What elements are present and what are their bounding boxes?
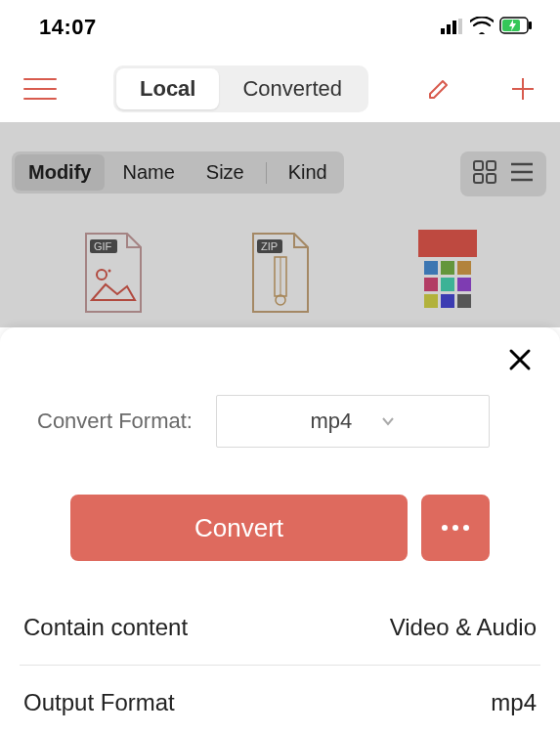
wifi-icon <box>470 15 494 40</box>
status-bar: 14:07 <box>0 0 560 55</box>
contain-label: Contain content <box>23 614 188 641</box>
format-select[interactable]: mp4 <box>216 395 490 448</box>
output-format-row[interactable]: Output Format mp4 <box>20 666 540 734</box>
svg-rect-0 <box>441 28 445 34</box>
add-icon[interactable] <box>509 75 537 103</box>
menu-icon[interactable] <box>23 78 57 100</box>
svg-rect-6 <box>529 22 532 29</box>
svg-point-36 <box>463 525 469 531</box>
file-browser-dimmed: Modify Name Size Kind GIF ZIP <box>0 122 560 327</box>
format-label: Convert Format: <box>37 409 193 434</box>
contain-content-row[interactable]: Contain content Video & Audio <box>20 590 540 665</box>
tab-converted[interactable]: Converted <box>219 68 366 109</box>
toolbar: Local Converted <box>0 55 560 122</box>
convert-button[interactable]: Convert <box>70 495 408 561</box>
battery-icon <box>499 15 533 40</box>
status-time: 14:07 <box>39 15 97 40</box>
cellular-icon <box>441 15 464 40</box>
tab-local[interactable]: Local <box>116 68 219 109</box>
tabs: Local Converted <box>113 65 368 112</box>
format-value: mp4 <box>311 409 353 434</box>
status-right <box>441 15 533 40</box>
edit-icon[interactable] <box>425 75 452 103</box>
more-button[interactable] <box>421 495 490 561</box>
output-label: Output Format <box>23 689 175 716</box>
svg-point-34 <box>442 525 448 531</box>
close-icon[interactable] <box>507 347 533 377</box>
output-value: mp4 <box>491 689 537 716</box>
svg-rect-3 <box>458 19 462 34</box>
contain-value: Video & Audio <box>390 614 537 641</box>
svg-rect-2 <box>452 21 456 34</box>
svg-rect-1 <box>447 24 451 34</box>
svg-point-35 <box>452 525 458 531</box>
chevron-down-icon <box>381 412 395 430</box>
convert-sheet: Convert Format: mp4 Convert Contain cont… <box>0 327 560 734</box>
